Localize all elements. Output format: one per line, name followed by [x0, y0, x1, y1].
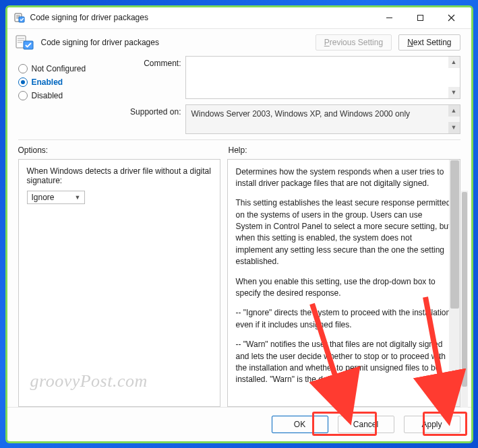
help-text: -- "Warn" notifies the user that files a…	[236, 339, 452, 386]
radio-icon	[18, 77, 28, 87]
radio-label: Disabled	[32, 91, 63, 100]
options-prompt: When Windows detects a driver file witho…	[27, 166, 212, 185]
apply-button[interactable]: Apply	[404, 416, 460, 433]
minimize-button[interactable]	[374, 7, 405, 28]
policy-name-label: Code signing for driver packages	[41, 38, 309, 47]
supported-on-label: Supported on:	[121, 104, 181, 117]
radio-icon	[18, 64, 28, 73]
cancel-button[interactable]: Cancel	[338, 416, 394, 433]
radio-not-configured[interactable]: Not Configured	[18, 64, 113, 73]
scroll-up-icon[interactable]: ▲	[448, 105, 460, 117]
policy-icon	[14, 12, 25, 23]
dropdown-value: Ignore	[32, 193, 55, 202]
options-panel: When Windows detects a driver file witho…	[18, 159, 220, 407]
next-setting-button[interactable]: Next Setting	[398, 34, 460, 51]
scroll-down-icon[interactable]: ▼	[448, 122, 460, 133]
comment-label: Comment:	[121, 56, 181, 68]
dialog-footer: OK Cancel Apply	[7, 407, 471, 441]
radio-disabled[interactable]: Disabled	[18, 91, 113, 100]
help-text: -- "Ignore" directs the system to procee…	[236, 307, 452, 331]
radio-label: Enabled	[32, 77, 63, 87]
response-dropdown[interactable]: Ignore ▼	[27, 191, 86, 204]
window-title: Code signing for driver packages	[30, 13, 374, 22]
svg-rect-1	[19, 17, 24, 22]
help-text: Determines how the system responds when …	[236, 166, 452, 190]
help-label: Help:	[229, 146, 247, 155]
supported-on-textbox: Windows Server 2003, Windows XP, and Win…	[185, 104, 460, 134]
close-button[interactable]	[436, 7, 467, 28]
help-scrollbar[interactable]	[449, 159, 460, 407]
options-label: Options:	[18, 146, 220, 155]
scroll-down-icon[interactable]: ▼	[448, 87, 460, 98]
subheader: Code signing for driver packages Previou…	[7, 29, 471, 53]
ok-button[interactable]: OK	[272, 416, 328, 433]
state-radio-group: Not Configured Enabled Disabled	[18, 56, 113, 134]
scroll-up-icon[interactable]: ▲	[448, 57, 460, 68]
dialog-scrollbar[interactable]	[461, 191, 468, 408]
titlebar: Code signing for driver packages	[7, 7, 471, 29]
help-text: When you enable this setting, use the dr…	[236, 276, 452, 300]
maximize-button[interactable]	[405, 7, 436, 28]
chevron-down-icon: ▼	[75, 194, 81, 201]
dialog-window: Code signing for driver packages Code si…	[7, 7, 471, 441]
policy-icon-large	[16, 34, 34, 51]
svg-rect-3	[418, 15, 423, 20]
help-text: This setting establishes the least secur…	[236, 197, 452, 267]
radio-label: Not Configured	[32, 64, 86, 73]
previous-setting-button: Previous Setting	[316, 34, 392, 51]
radio-icon	[18, 91, 28, 100]
help-panel: Determines how the system responds when …	[227, 159, 460, 407]
radio-enabled[interactable]: Enabled	[18, 77, 113, 87]
comment-textbox[interactable]: ▲ ▼	[185, 56, 460, 99]
